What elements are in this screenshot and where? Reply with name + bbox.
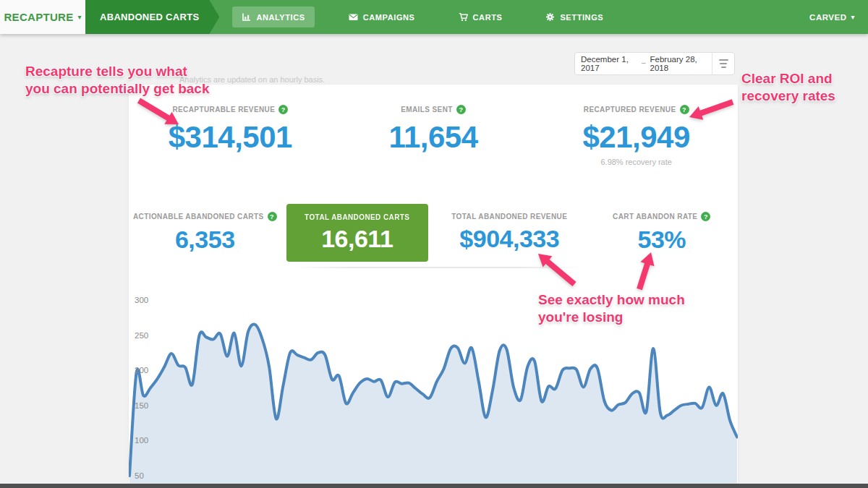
svg-text:250: 250 bbox=[135, 331, 148, 340]
chevron-down-icon: ▾ bbox=[851, 14, 855, 21]
stat-label: ACTIONABLE ABANDONED CARTS ? bbox=[129, 212, 281, 221]
stat-value: $21,949 bbox=[535, 120, 738, 155]
svg-text:300: 300 bbox=[135, 296, 148, 304]
app-logo-text: RECAPTURE bbox=[4, 11, 73, 23]
svg-text:50: 50 bbox=[135, 471, 144, 480]
date-range-picker[interactable]: December 1, 2017 – February 28, 2018 bbox=[574, 52, 735, 75]
stat-actionable-abandoned-carts: ACTIONABLE ABANDONED CARTS ? 6,353 bbox=[129, 212, 281, 254]
nav-item-campaigns[interactable]: CAMPAIGNS bbox=[339, 7, 425, 27]
help-icon[interactable]: ? bbox=[680, 105, 689, 114]
nav-item-label: ANALYTICS bbox=[256, 13, 305, 22]
help-icon[interactable]: ? bbox=[268, 212, 277, 221]
nav-item-label: CAMPAIGNS bbox=[363, 13, 415, 22]
stat-total-abandoned-carts: TOTAL ABANDONED CARTS 16,611 bbox=[281, 204, 434, 262]
account-menu[interactable]: CARVED ▾ bbox=[809, 0, 855, 34]
svg-text:150: 150 bbox=[135, 401, 148, 410]
app-logo[interactable]: RECAPTURE ▾ bbox=[0, 0, 85, 34]
stat-label: TOTAL ABANDONED REVENUE bbox=[433, 213, 586, 221]
nav-section-label: ABANDONED CARTS bbox=[100, 12, 199, 22]
analytics-page: Analytics are updated on an hourly basis… bbox=[0, 34, 868, 488]
stat-label: RECAPTURED REVENUE ? bbox=[535, 105, 738, 114]
recovery-rate-note: 6.98% recovery rate bbox=[535, 158, 738, 166]
stat-total-abandoned-revenue: TOTAL ABANDONED REVENUE $904,333 bbox=[433, 213, 586, 253]
date-end: February 28, 2018 bbox=[650, 55, 706, 72]
stat-label: TOTAL ABANDONED CARTS bbox=[294, 213, 421, 221]
stat-emails-sent: EMAILS SENT ? 11,654 bbox=[332, 105, 535, 166]
help-icon[interactable]: ? bbox=[278, 105, 288, 114]
bottom-strip bbox=[0, 484, 868, 488]
stat-value: 6,353 bbox=[129, 226, 281, 254]
nav-item-analytics[interactable]: ANALYTICS bbox=[232, 7, 314, 27]
annotation-recapture: Recapture tells you what you can potenti… bbox=[25, 63, 209, 98]
cart-icon bbox=[459, 12, 468, 22]
stats-row-top: RECAPTURABLE REVENUE ? $314,501 EMAILS S… bbox=[129, 85, 738, 166]
stat-label: EMAILS SENT ? bbox=[332, 105, 535, 114]
svg-text:200: 200 bbox=[135, 366, 148, 374]
stat-cart-abandon-rate: CART ABANDON RATE ? 53% bbox=[586, 212, 739, 254]
stat-value: 11,654 bbox=[332, 120, 535, 155]
gear-icon bbox=[545, 12, 555, 22]
nav-items: ANALYTICS CAMPAIGNS CARTS SETTINGS bbox=[232, 0, 613, 34]
stat-recapturable-revenue: RECAPTURABLE REVENUE ? $314,501 bbox=[129, 105, 332, 166]
filter-icon[interactable] bbox=[712, 59, 734, 68]
nav-item-label: CARTS bbox=[473, 13, 503, 22]
stat-label: RECAPTURABLE REVENUE ? bbox=[129, 105, 332, 114]
annotation-losing: See exactly how much you're losing bbox=[538, 291, 685, 326]
help-icon[interactable]: ? bbox=[456, 105, 466, 114]
chevron-down-icon: ▾ bbox=[78, 14, 82, 21]
stats-row-bottom: ACTIONABLE ABANDONED CARTS ? 6,353 TOTAL… bbox=[129, 204, 738, 262]
stat-value: 53% bbox=[586, 226, 739, 254]
date-start: December 1, 2017 bbox=[581, 55, 637, 72]
chart-icon bbox=[242, 12, 251, 22]
stat-value: $314,501 bbox=[129, 120, 332, 155]
date-range-text: December 1, 2017 – February 28, 2018 bbox=[575, 55, 712, 72]
top-nav: RECAPTURE ▾ ABANDONED CARTS ANALYTICS CA… bbox=[0, 0, 868, 34]
account-name: CARVED bbox=[809, 13, 846, 22]
stat-value: $904,333 bbox=[433, 225, 586, 253]
svg-text:100: 100 bbox=[135, 436, 148, 445]
nav-item-label: SETTINGS bbox=[560, 13, 603, 22]
nav-section-abandoned-carts[interactable]: ABANDONED CARTS bbox=[85, 0, 219, 34]
envelope-icon bbox=[349, 12, 358, 22]
highlight-stat-box: TOTAL ABANDONED CARTS 16,611 bbox=[286, 204, 428, 262]
help-icon[interactable]: ? bbox=[701, 212, 710, 221]
stat-label: CART ABANDON RATE ? bbox=[586, 212, 739, 221]
date-separator: – bbox=[642, 59, 646, 67]
stat-recaptured-revenue: RECAPTURED REVENUE ? $21,949 6.98% recov… bbox=[535, 105, 738, 166]
analytics-card: RECAPTURABLE REVENUE ? $314,501 EMAILS S… bbox=[129, 85, 738, 483]
nav-item-carts[interactable]: CARTS bbox=[449, 7, 512, 27]
divider bbox=[295, 267, 582, 268]
annotation-roi: Clear ROI and recovery rates bbox=[741, 70, 835, 105]
nav-item-settings[interactable]: SETTINGS bbox=[536, 7, 613, 27]
stat-value: 16,611 bbox=[294, 225, 421, 253]
